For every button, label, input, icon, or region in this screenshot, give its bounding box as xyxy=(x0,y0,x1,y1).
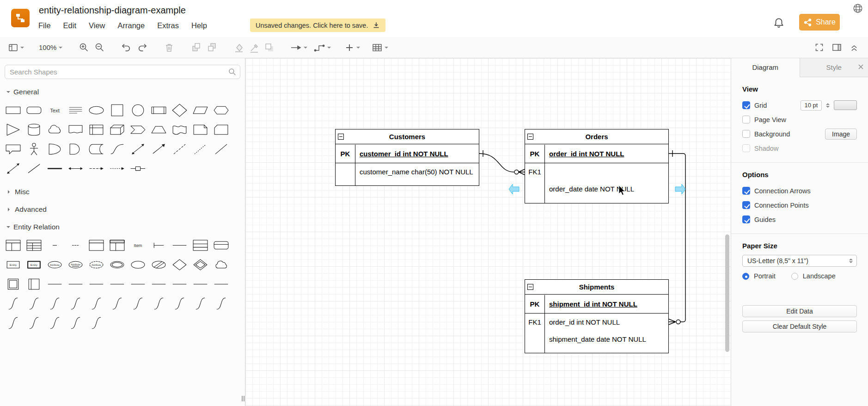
shape-h-line[interactable] xyxy=(107,274,128,294)
menu-arrange[interactable]: Arrange xyxy=(118,21,145,30)
table-row[interactable]: FK1 xyxy=(525,163,668,180)
shape-er-link[interactable] xyxy=(3,294,24,313)
shape-item-2[interactable] xyxy=(65,235,86,255)
shape-curve[interactable] xyxy=(107,139,128,159)
tab-diagram[interactable]: Diagram xyxy=(731,58,800,77)
shape-h-line[interactable] xyxy=(65,274,86,294)
shape-square[interactable] xyxy=(107,100,128,120)
language-globe-icon[interactable] xyxy=(853,3,863,13)
portrait-radio[interactable] xyxy=(742,273,749,280)
shape-table[interactable] xyxy=(3,235,24,255)
shape-tape[interactable] xyxy=(169,120,190,139)
shape-er-link[interactable] xyxy=(190,294,211,313)
sidebar-section-general[interactable]: General xyxy=(0,82,245,99)
shape-diamond[interactable] xyxy=(169,100,190,120)
shape-dotted-arrow[interactable] xyxy=(107,159,128,178)
shape-ellipse[interactable] xyxy=(86,100,107,120)
clear-default-style-button[interactable]: Clear Default Style xyxy=(742,320,857,332)
collapse-table-button[interactable] xyxy=(527,284,533,290)
fill-color-button[interactable] xyxy=(234,43,244,53)
edit-data-button[interactable]: Edit Data xyxy=(742,305,857,317)
sidebar-section-advanced[interactable]: Advanced xyxy=(0,199,245,217)
table-row[interactable]: PK shipment_id int NOT NULL xyxy=(525,295,668,314)
view-button[interactable] xyxy=(8,43,24,52)
search-shapes-input[interactable] xyxy=(5,65,240,79)
table-row[interactable]: customer_name char(50) NOT NULL xyxy=(336,163,479,180)
shape-h-line[interactable] xyxy=(128,274,148,294)
shape-er-link[interactable] xyxy=(24,294,44,313)
er-table-orders[interactable]: Orders PK order_id int NOT NULL FK1 orde… xyxy=(525,129,669,203)
shape-callout[interactable] xyxy=(3,139,24,159)
shape-diamond-er[interactable] xyxy=(169,255,190,274)
line-color-button[interactable] xyxy=(249,43,259,53)
er-table-customers[interactable]: Customers PK customer_id int NOT NULL cu… xyxy=(335,129,479,186)
shape-line[interactable] xyxy=(211,139,232,159)
shape-diamond-er-double[interactable] xyxy=(190,255,211,274)
shape-arrow[interactable] xyxy=(148,139,169,159)
shape-er-link[interactable] xyxy=(24,313,44,332)
shape-square-l[interactable] xyxy=(24,274,44,294)
shape-triangle[interactable] xyxy=(3,120,24,139)
shape-table-header[interactable] xyxy=(107,235,128,255)
shape-er-link[interactable] xyxy=(3,313,24,332)
shape-textbox[interactable] xyxy=(65,100,86,120)
undo-button[interactable] xyxy=(121,43,131,52)
menu-view[interactable]: View xyxy=(89,21,105,30)
menu-file[interactable]: File xyxy=(38,21,51,30)
relation-customers-orders[interactable] xyxy=(479,150,525,175)
diagram-canvas[interactable]: Customers PK customer_id int NOT NULL cu… xyxy=(245,58,731,406)
to-back-button[interactable] xyxy=(207,42,217,53)
shape-item-1[interactable] xyxy=(44,235,65,255)
er-table-title-bar[interactable]: Shipments xyxy=(525,280,668,295)
redo-button[interactable] xyxy=(137,43,147,52)
shape-document[interactable] xyxy=(65,120,86,139)
sidebar-section-entity-relation[interactable]: Entity Relation xyxy=(0,217,245,234)
shape-oval[interactable] xyxy=(128,255,148,274)
fullscreen-button[interactable] xyxy=(814,43,824,52)
shape-dashed-arrow[interactable] xyxy=(86,159,107,178)
shape-link-edge[interactable] xyxy=(128,159,148,178)
shape-bidirectional-connector[interactable] xyxy=(3,159,24,178)
shape-card[interactable] xyxy=(211,120,232,139)
shape-er-link[interactable] xyxy=(128,294,148,313)
shape-rectangle[interactable] xyxy=(3,100,24,120)
guides-checkbox[interactable] xyxy=(742,215,750,223)
close-panel-icon[interactable] xyxy=(858,64,864,70)
shape-table-simple[interactable] xyxy=(86,235,107,255)
shape-h-line[interactable] xyxy=(169,235,190,255)
table-row[interactable]: PK order_id int NOT NULL xyxy=(525,144,668,163)
shape-h-line[interactable] xyxy=(169,274,190,294)
background-image-button[interactable]: Image xyxy=(825,129,857,140)
menu-help[interactable]: Help xyxy=(191,21,207,30)
app-logo-icon[interactable] xyxy=(11,9,30,27)
table-row[interactable]: shipment_date date NOT NULL xyxy=(525,331,668,348)
sidebar-section-misc[interactable]: Misc xyxy=(0,182,245,199)
connection-style-dropdown[interactable] xyxy=(290,43,307,52)
shape-h-line[interactable] xyxy=(148,274,169,294)
shape-trapezoid[interactable] xyxy=(148,120,169,139)
shape-er-link[interactable] xyxy=(65,294,86,313)
landscape-radio[interactable] xyxy=(791,273,798,280)
shape-cylinder[interactable] xyxy=(24,120,44,139)
shape-and[interactable] xyxy=(65,139,86,159)
shape-rounded-rectangle[interactable] xyxy=(24,100,44,120)
shape-cloud-er[interactable] xyxy=(211,255,232,274)
menu-extras[interactable]: Extras xyxy=(157,21,179,30)
shape-attribute[interactable]: Attribute xyxy=(44,255,65,274)
shape-er-link[interactable] xyxy=(169,294,190,313)
collapse-toolbar-button[interactable] xyxy=(850,43,859,52)
shape-data-storage[interactable] xyxy=(86,139,107,159)
shape-line-bold[interactable] xyxy=(44,159,65,178)
shape-h-line[interactable] xyxy=(44,274,65,294)
shape-actor[interactable] xyxy=(24,139,44,159)
shape-er-link[interactable] xyxy=(86,313,107,332)
shape-table-striped[interactable] xyxy=(24,235,44,255)
vertical-scrollbar[interactable] xyxy=(725,234,729,352)
shape-dotted-line[interactable] xyxy=(190,139,211,159)
shape-directional-connector[interactable] xyxy=(24,159,44,178)
format-panel-toggle-button[interactable] xyxy=(832,43,842,52)
shape-parallelogram[interactable] xyxy=(190,100,211,120)
to-front-button[interactable] xyxy=(191,42,202,53)
shape-note[interactable] xyxy=(190,120,211,139)
shape-h-line[interactable] xyxy=(86,274,107,294)
